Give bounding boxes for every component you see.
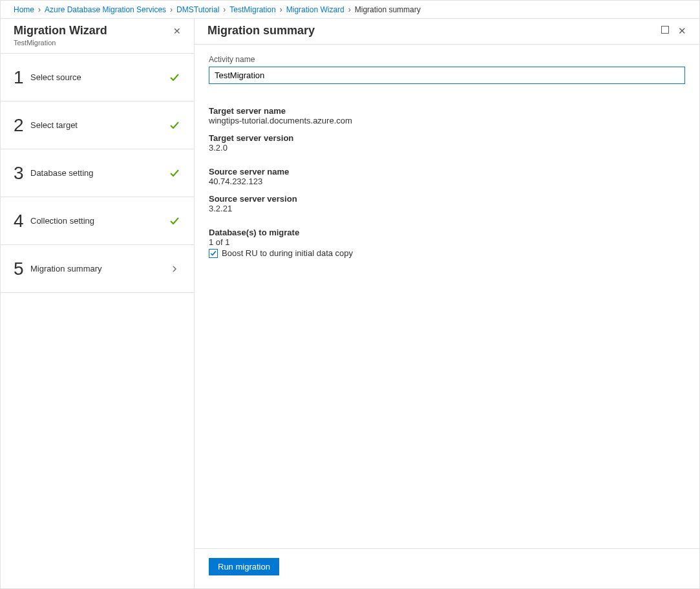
restore-icon[interactable]: [661, 26, 669, 36]
wizard-step-collection-setting[interactable]: 4 Collection setting: [1, 197, 194, 245]
breadcrumb-link[interactable]: Home: [14, 5, 34, 14]
checkmark-icon: [168, 168, 181, 178]
step-number: 5: [14, 259, 30, 279]
main-panel: Migration summary ✕ Activity name Target…: [195, 19, 699, 588]
checkmark-icon: [168, 216, 181, 226]
chevron-right-icon: ›: [280, 5, 282, 14]
step-number: 4: [14, 211, 30, 231]
boost-ru-checkbox-label: Boost RU to during initial data copy: [222, 248, 353, 258]
target-server-name-label: Target server name: [209, 106, 685, 116]
step-label: Migration summary: [30, 264, 168, 273]
wizard-sidebar: Migration Wizard TestMigration ✕ 1 Selec…: [1, 19, 195, 588]
source-server-name-value: 40.74.232.123: [209, 177, 685, 186]
breadcrumb: Home › Azure Database Migration Services…: [1, 1, 699, 19]
breadcrumb-current: Migration summary: [355, 5, 421, 14]
checkmark-icon: [168, 120, 181, 131]
chevron-right-icon: ›: [348, 5, 351, 14]
page-title: Migration summary: [207, 24, 315, 37]
wizard-subtitle: TestMigration: [14, 39, 107, 47]
target-server-version-label: Target server version: [209, 133, 685, 143]
step-label: Select target: [30, 120, 168, 130]
source-server-version-label: Source server version: [209, 194, 685, 204]
databases-to-migrate-value: 1 of 1: [209, 237, 685, 247]
step-label: Collection setting: [30, 216, 168, 226]
chevron-right-icon: ›: [38, 5, 41, 14]
wizard-step-select-source[interactable]: 1 Select source: [1, 54, 194, 102]
checkmark-icon: [168, 72, 181, 83]
breadcrumb-link[interactable]: DMSTutorial: [176, 5, 219, 14]
step-number: 1: [14, 67, 30, 88]
source-server-name-label: Source server name: [209, 167, 685, 177]
breadcrumb-link[interactable]: Azure Database Migration Services: [45, 5, 166, 14]
step-label: Select source: [30, 72, 168, 82]
activity-name-label: Activity name: [209, 55, 685, 64]
step-number: 2: [14, 115, 30, 136]
target-server-version-value: 3.2.0: [209, 143, 685, 153]
boost-ru-checkbox[interactable]: [209, 249, 218, 258]
wizard-step-migration-summary[interactable]: 5 Migration summary: [1, 245, 194, 293]
breadcrumb-link[interactable]: TestMigration: [229, 5, 275, 14]
close-icon[interactable]: ✕: [173, 24, 181, 36]
close-icon[interactable]: ✕: [678, 25, 686, 37]
step-number: 3: [14, 163, 30, 184]
activity-name-input[interactable]: [209, 67, 685, 84]
source-server-version-value: 3.2.21: [209, 204, 685, 213]
wizard-title: Migration Wizard: [14, 24, 107, 37]
step-label: Database setting: [30, 168, 168, 178]
run-migration-button[interactable]: Run migration: [209, 558, 279, 575]
wizard-step-database-setting[interactable]: 3 Database setting: [1, 149, 194, 197]
chevron-right-icon: ›: [223, 5, 226, 14]
databases-to-migrate-label: Database(s) to migrate: [209, 228, 685, 237]
chevron-right-icon: [168, 266, 181, 272]
breadcrumb-link[interactable]: Migration Wizard: [286, 5, 345, 14]
wizard-step-select-target[interactable]: 2 Select target: [1, 102, 194, 149]
chevron-right-icon: ›: [170, 5, 173, 14]
target-server-name-value: wingtips-tutorial.documents.azure.com: [209, 116, 685, 125]
